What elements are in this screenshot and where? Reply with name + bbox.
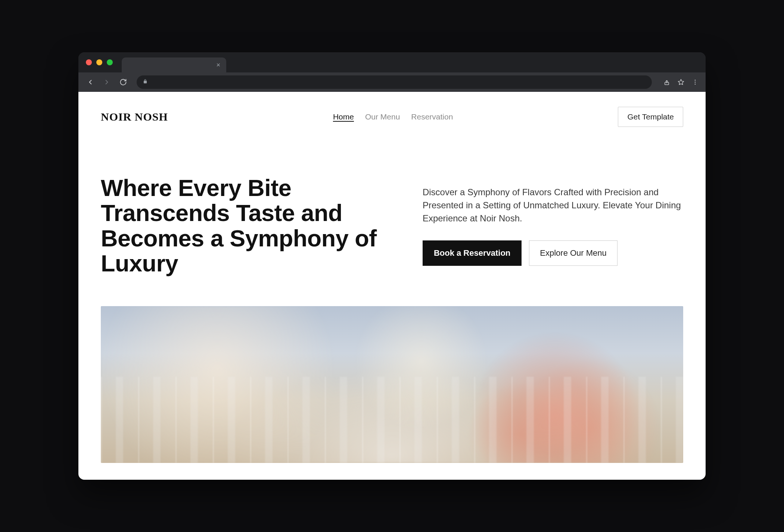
svg-marker-1 [678,80,684,85]
browser-tab[interactable]: × [122,57,226,72]
browser-menu-icon[interactable] [691,78,700,87]
nav-link-reservation[interactable]: Reservation [411,112,453,121]
forward-button[interactable] [101,76,113,88]
site-logo[interactable]: NOIR NOSH [101,111,168,123]
svg-point-2 [695,80,696,81]
hero-subcopy: Discover a Symphony of Flavors Crafted w… [423,186,683,225]
title-bar: × [78,52,706,72]
hero-image [101,306,683,463]
traffic-lights [86,59,113,65]
get-template-button[interactable]: Get Template [618,107,683,127]
toolbar-right-icons [662,78,700,87]
share-icon[interactable] [662,78,671,87]
url-bar[interactable] [137,75,652,89]
browser-window: × NOIR [78,52,706,480]
nav-link-our-menu[interactable]: Our Menu [365,112,400,121]
site-header: NOIR NOSH Home Our Menu Reservation Get … [78,92,706,134]
reload-button[interactable] [117,76,129,88]
window-close-button[interactable] [86,59,92,65]
hero-right: Discover a Symphony of Flavors Crafted w… [423,175,683,276]
book-reservation-button[interactable]: Book a Reservation [423,240,522,266]
window-minimize-button[interactable] [96,59,102,65]
page-content: NOIR NOSH Home Our Menu Reservation Get … [78,92,706,480]
hero-buttons: Book a Reservation Explore Our Menu [423,240,683,266]
tab-close-icon[interactable]: × [216,62,220,68]
back-button[interactable] [84,76,96,88]
lock-icon [143,79,148,85]
explore-menu-button[interactable]: Explore Our Menu [529,240,617,266]
hero-left: Where Every Bite Transcends Taste and Be… [101,175,393,276]
hero-headline: Where Every Bite Transcends Taste and Be… [101,175,393,276]
nav-link-home[interactable]: Home [333,112,354,121]
bookmark-star-icon[interactable] [676,78,685,87]
svg-point-4 [695,84,696,85]
primary-nav: Home Our Menu Reservation [333,112,453,121]
hero-section: Where Every Bite Transcends Taste and Be… [78,134,706,299]
window-maximize-button[interactable] [107,59,113,65]
svg-point-3 [695,82,696,83]
browser-toolbar [78,72,706,92]
